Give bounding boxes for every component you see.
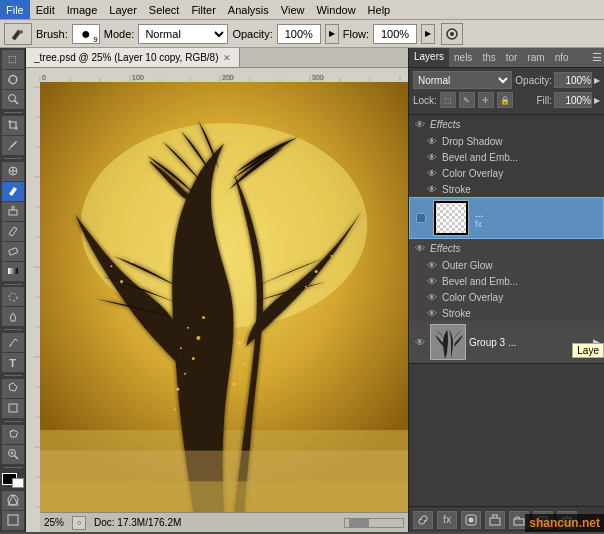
menu-layer[interactable]: Layer — [103, 0, 143, 19]
tab-paths[interactable]: ths — [477, 48, 500, 67]
effect-stroke-2[interactable]: 👁 Stroke — [409, 305, 604, 321]
effect-bevel-emb-2[interactable]: 👁 Bevel and Emb... — [409, 273, 604, 289]
tool-stamp[interactable] — [2, 202, 24, 221]
tool-eyedropper[interactable] — [2, 136, 24, 155]
canvas-tab-close[interactable]: ✕ — [223, 53, 231, 63]
screen-mode-btn[interactable] — [2, 511, 24, 530]
tool-eraser[interactable] — [2, 242, 24, 261]
effects-header-1[interactable]: 👁 Effects — [409, 115, 604, 133]
effect-eye-stroke-1[interactable]: 👁 — [425, 182, 439, 196]
effect-eye-bevel-2[interactable]: 👁 — [425, 274, 439, 288]
mode-label: Mode: — [104, 28, 135, 40]
effect-bevel-emb-1[interactable]: 👁 Bevel and Emb... — [409, 149, 604, 165]
flow-arrow[interactable]: ▶ — [421, 24, 435, 44]
layer-visibility-main[interactable] — [414, 211, 428, 225]
tool-hand[interactable] — [2, 425, 24, 444]
tool-quick-select[interactable] — [2, 90, 24, 109]
group-visibility-eye[interactable]: 👁 — [413, 335, 427, 349]
menu-filter[interactable]: Filter — [185, 0, 221, 19]
group-arrow[interactable]: ▶ — [593, 337, 600, 347]
tab-channels[interactable]: nels — [449, 48, 477, 67]
tab-info[interactable]: nfo — [550, 48, 574, 67]
opacity-arrow[interactable]: ▶ — [594, 76, 600, 85]
effects-eye-1[interactable]: 👁 — [413, 117, 427, 131]
opacity-arrow[interactable]: ▶ — [325, 24, 339, 44]
tool-lasso[interactable] — [2, 70, 24, 89]
tab-actions[interactable]: ram — [522, 48, 549, 67]
menu-select[interactable]: Select — [143, 0, 186, 19]
menu-help[interactable]: Help — [362, 0, 397, 19]
effect-eye-bevel-1[interactable]: 👁 — [425, 150, 439, 164]
effect-eye-drop-shadow[interactable]: 👁 — [425, 134, 439, 148]
effect-color-overlay-2[interactable]: 👁 Color Overlay — [409, 289, 604, 305]
tool-history-brush[interactable] — [2, 222, 24, 241]
lock-move[interactable]: ✛ — [478, 92, 494, 108]
tab-layers[interactable]: Layers — [409, 48, 449, 67]
svg-point-3 — [8, 95, 15, 102]
layer-main-selected[interactable]: ... fx Laye — [409, 197, 604, 239]
effect-color-overlay-1[interactable]: 👁 Color Overlay — [409, 165, 604, 181]
tab-history[interactable]: tor — [501, 48, 523, 67]
effects-eye-2[interactable]: 👁 — [413, 241, 427, 255]
tool-path-select[interactable] — [2, 379, 24, 398]
canvas-scroll-h[interactable] — [344, 518, 404, 528]
fill-field[interactable] — [554, 92, 592, 108]
canvas-tab[interactable]: _tree.psd @ 25% (Layer 10 copy, RGB/8) ✕ — [26, 48, 240, 67]
effect-outer-glow[interactable]: 👁 Outer Glow — [409, 257, 604, 273]
lock-paint[interactable]: ✎ — [459, 92, 475, 108]
brush-size-display[interactable]: ● 9 — [72, 24, 100, 44]
tool-zoom[interactable] — [2, 445, 24, 464]
layer-group-3[interactable]: 👁 Group 3 ... — [409, 321, 604, 364]
menu-file[interactable]: File — [0, 0, 30, 19]
quick-mask-btn[interactable] — [2, 491, 24, 510]
link-layers-btn[interactable] — [413, 511, 433, 529]
menu-window[interactable]: Window — [310, 0, 361, 19]
airbrush-icon[interactable] — [441, 23, 463, 45]
foreground-color[interactable] — [2, 473, 24, 488]
menu-image[interactable]: Image — [61, 0, 104, 19]
svg-point-68 — [237, 341, 241, 345]
effect-drop-shadow[interactable]: 👁 Drop Shadow — [409, 133, 604, 149]
lock-transparent[interactable]: ⬚ — [440, 92, 456, 108]
svg-point-67 — [243, 363, 245, 365]
opacity-field[interactable] — [554, 72, 592, 88]
effect-stroke-1[interactable]: 👁 Stroke — [409, 181, 604, 197]
lock-all[interactable]: 🔒 — [497, 92, 513, 108]
tool-brush[interactable] — [2, 182, 24, 201]
tool-blur[interactable] — [2, 287, 24, 306]
menu-view[interactable]: View — [275, 0, 311, 19]
effect-eye-color-1[interactable]: 👁 — [425, 166, 439, 180]
effects-header-2[interactable]: 👁 Effects — [409, 239, 604, 257]
tool-crop[interactable] — [2, 116, 24, 135]
brush-tool-icon[interactable] — [4, 23, 32, 45]
effects-label-2: Effects — [430, 243, 461, 254]
svg-point-74 — [330, 255, 332, 257]
fill-arrow[interactable]: ▶ — [594, 96, 600, 105]
svg-rect-11 — [8, 268, 18, 274]
panel-menu-icon[interactable]: ☰ — [590, 48, 604, 67]
opacity-input[interactable] — [277, 24, 321, 44]
canvas-image-area[interactable] — [40, 82, 408, 512]
mode-select[interactable]: Normal — [138, 24, 228, 44]
tool-marquee[interactable]: ⬚ — [2, 50, 24, 69]
tool-text[interactable]: T — [2, 353, 24, 372]
tool-shape[interactable] — [2, 399, 24, 418]
tool-healing[interactable] — [2, 162, 24, 181]
menu-edit[interactable]: Edit — [30, 0, 61, 19]
zoom-fit-btn[interactable]: ○ — [72, 516, 86, 530]
add-mask-btn[interactable] — [461, 511, 481, 529]
add-style-btn[interactable]: fx — [437, 511, 457, 529]
flow-input[interactable] — [373, 24, 417, 44]
blend-mode-select[interactable]: Normal — [413, 71, 512, 89]
new-fill-layer-btn[interactable] — [485, 511, 505, 529]
tool-pen[interactable] — [2, 333, 24, 352]
brush-label: Brush: — [36, 28, 68, 40]
effect-eye-color-2[interactable]: 👁 — [425, 290, 439, 304]
effect-eye-stroke-2[interactable]: 👁 — [425, 306, 439, 320]
tool-gradient[interactable] — [2, 262, 24, 281]
layers-tabs: Layers nels ths tor ram nfo ☰ — [409, 48, 604, 68]
menu-analysis[interactable]: Analysis — [222, 0, 275, 19]
canvas-status-bar: 25% ○ Doc: 17.3M/176.2M — [40, 512, 408, 532]
effect-eye-outer-glow[interactable]: 👁 — [425, 258, 439, 272]
tool-dodge[interactable] — [2, 307, 24, 326]
